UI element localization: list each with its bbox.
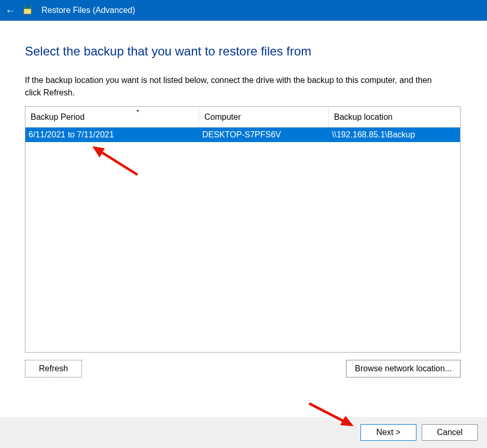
column-header-location[interactable]: Backup location (329, 107, 460, 127)
footer-bar: Next > Cancel (0, 417, 487, 448)
browse-network-button[interactable]: Browse network location... (346, 360, 461, 377)
next-button[interactable]: Next > (360, 424, 417, 441)
table-header-row: Backup Period ▾ Computer Backup location (25, 107, 460, 128)
svg-rect-0 (24, 9, 31, 14)
action-buttons-row: Refresh Browse network location... (25, 360, 461, 377)
column-header-computer[interactable]: Computer (199, 107, 329, 127)
window-title: Restore Files (Advanced) (41, 6, 135, 15)
back-arrow-icon[interactable]: ← (5, 5, 16, 16)
instructions-text: If the backup location you want is not l… (25, 74, 450, 99)
sort-dropdown-icon[interactable]: ▾ (136, 108, 139, 114)
page-heading: Select the backup that you want to resto… (25, 44, 462, 59)
table-body: 6/11/2021 to 7/11/2021 DESKTOP-S7PFS6V \… (25, 128, 460, 142)
restore-files-icon (23, 5, 34, 16)
refresh-button[interactable]: Refresh (25, 360, 82, 377)
column-header-period-label: Backup Period (31, 113, 85, 122)
column-header-location-label: Backup location (334, 113, 393, 122)
column-header-period[interactable]: Backup Period ▾ (25, 107, 199, 127)
column-header-computer-label: Computer (204, 113, 241, 122)
content-area: Select the backup that you want to resto… (0, 21, 487, 377)
table-row[interactable]: 6/11/2021 to 7/11/2021 DESKTOP-S7PFS6V \… (25, 128, 460, 142)
cell-period: 6/11/2021 to 7/11/2021 (25, 130, 199, 139)
titlebar: ← Restore Files (Advanced) (0, 0, 487, 21)
backup-table: Backup Period ▾ Computer Backup location… (25, 106, 461, 353)
cell-location: \\192.168.85.1\Backup (329, 130, 460, 139)
cancel-button[interactable]: Cancel (422, 424, 478, 441)
cell-computer: DESKTOP-S7PFS6V (199, 130, 329, 139)
